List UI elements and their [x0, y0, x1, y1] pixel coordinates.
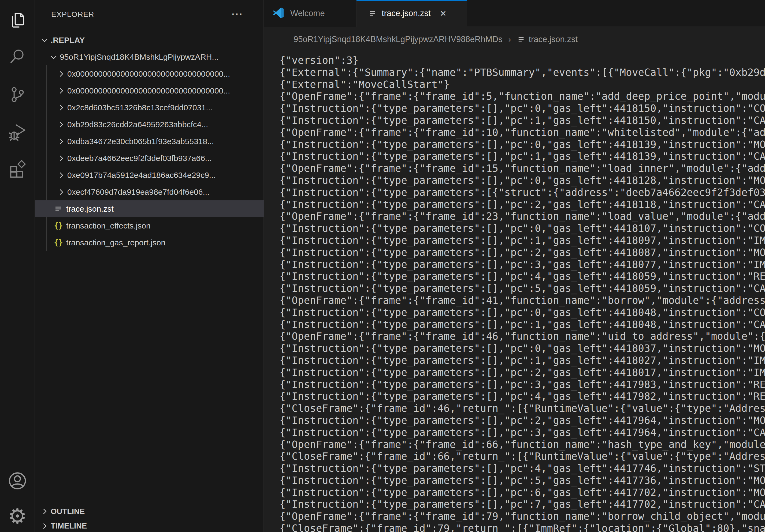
tree-item-label: transaction_gas_report.json	[66, 238, 165, 247]
code-line: {"Instruction":{"type_parameters":[],"pc…	[280, 486, 765, 498]
debug-icon	[9, 123, 26, 140]
tab-label: trace.json.zst	[382, 9, 431, 18]
chevron-right-icon	[57, 171, 66, 180]
code-line: {"CloseFrame":{"frame_id":46,"return_":[…	[280, 402, 765, 414]
tree-item-label: 0xdba34672e30cb065b1f93e3ab55318...	[67, 137, 214, 146]
chevron-right-icon	[40, 522, 49, 531]
code-line: {"External":"MoveCallStart"}	[280, 79, 765, 91]
tree-item-label: trace.json.zst	[66, 204, 114, 213]
breadcrumb-file-label: trace.json.zst	[528, 35, 578, 44]
chevron-right-icon	[57, 187, 66, 197]
extensions-activity-button[interactable]	[0, 154, 35, 183]
tree-item-trace-file[interactable]: trace.json.zst	[35, 200, 264, 217]
chevron-right-icon	[57, 103, 66, 112]
json-braces-icon: {}	[54, 221, 63, 230]
tab-trace-json-zst[interactable]: trace.json.zst ✕	[357, 0, 467, 27]
code-line: {"Instruction":{"type_parameters":[],"pc…	[280, 150, 765, 162]
code-line: {"Instruction":{"type_parameters":[],"pc…	[280, 115, 765, 127]
breadcrumb-file[interactable]: trace.json.zst	[517, 35, 578, 44]
code-line: {"Instruction":{"type_parameters":[],"pc…	[280, 426, 765, 438]
files-icon	[9, 11, 26, 29]
timeline-section-label: TIMELINE	[51, 522, 87, 530]
extensions-icon	[9, 160, 26, 177]
outline-section-label: OUTLINE	[51, 507, 85, 516]
sidebar-bottom-sections: OUTLINE TIMELINE	[35, 503, 264, 532]
tree-item-label: 0x000000000000000000000000000000000...	[67, 86, 230, 95]
search-activity-button[interactable]	[0, 42, 35, 71]
code-line: {"External":{"Summary":{"name":"PTBSumma…	[280, 67, 765, 79]
code-line: {"OpenFrame":{"frame":{"frame_id":79,"fu…	[280, 510, 765, 522]
tree-item-label: 0xe0917b74a5912e4ad186ac634e29c9...	[67, 171, 216, 180]
tree-section-label: .REPLAY	[51, 36, 85, 45]
tree-item-address[interactable]: 0x2c8d603bc51326b8c13cef9dd07031...	[35, 99, 264, 116]
chevron-right-icon	[40, 507, 49, 516]
code-line: {"Instruction":{"type_parameters":[],"pc…	[280, 379, 765, 391]
code-line: {"Instruction":{"type_parameters":[],"pc…	[280, 319, 765, 331]
tree-item-address[interactable]: 0xdba34672e30cb065b1f93e3ab55318...	[35, 133, 264, 150]
settings-button[interactable]: ⚙	[0, 501, 35, 531]
gear-icon: ⚙	[8, 506, 27, 527]
code-line: {"Instruction":{"type_parameters":[],"pc…	[280, 234, 765, 246]
tree-item-address[interactable]: 0xe0917b74a5912e4ad186ac634e29c9...	[35, 166, 264, 183]
breadcrumb-separator: ›	[508, 35, 511, 44]
tree-item-label: 0x000000000000000000000000000000000...	[67, 69, 230, 79]
code-line: {"OpenFrame":{"frame":{"frame_id":46,"fu…	[280, 330, 765, 342]
vscode-logo-icon	[272, 7, 285, 20]
tree-item-address[interactable]: 0xecf47609d7da919ea98e7fd04f6e06...	[35, 183, 264, 200]
tree-item-label: 0x2c8d603bc51326b8c13cef9dd07031...	[67, 103, 213, 112]
tree-item-label: 0xdeeb7a4662eec9f2f3def03fb937a66...	[67, 154, 212, 163]
code-line: {"Instruction":{"type_parameters":[],"pc…	[280, 258, 765, 271]
close-icon[interactable]: ✕	[440, 9, 446, 18]
code-line: {"OpenFrame":{"frame":{"frame_id":23,"fu…	[280, 210, 765, 222]
search-icon	[9, 47, 26, 65]
tree-item-address[interactable]: 0x000000000000000000000000000000000...	[35, 65, 264, 82]
tree-section-replay[interactable]: .REPLAY	[35, 32, 264, 49]
activity-bar: ⚙	[0, 0, 35, 532]
breadcrumb-folder[interactable]: 95oR1YipjSnqd18K4BMshkLgPijypwzARHV988eR…	[294, 35, 502, 44]
explorer-sidebar: EXPLORER ⋯ .REPLAY 95oR1YipjSnqd18K4BMsh…	[35, 0, 264, 532]
code-line: {"Instruction":{"type_parameters":[],"pc…	[280, 414, 765, 426]
code-line: {"Instruction":{"type_parameters":[],"pc…	[280, 342, 765, 355]
account-button[interactable]	[0, 466, 35, 496]
source-control-activity-button[interactable]	[0, 80, 35, 109]
source-control-icon	[9, 86, 26, 104]
tree-item-label: 0xecf47609d7da919ea98e7fd04f6e06...	[67, 187, 210, 197]
tree-item-label: 0xb29d83c26cdd2a64959263abbcfc4...	[67, 120, 208, 129]
explorer-activity-button[interactable]	[0, 5, 35, 35]
code-line: {"Instruction":{"type_parameters":[],"pc…	[280, 367, 765, 379]
timeline-section-header[interactable]: TIMELINE	[35, 520, 264, 532]
code-line: {"Instruction":{"type_parameters":[],"pc…	[280, 282, 765, 294]
outline-section-header[interactable]: OUTLINE	[35, 503, 264, 520]
list-icon	[54, 204, 63, 213]
tree-item-address[interactable]: 0xdeeb7a4662eec9f2f3def03fb937a66...	[35, 150, 264, 166]
code-line: {"Instruction":{"type_parameters":[],"pc…	[280, 306, 765, 319]
tree-item-gas-report-file[interactable]: {} transaction_gas_report.json	[35, 234, 264, 251]
code-line: {"Instruction":{"type_parameters":[],"pc…	[280, 498, 765, 510]
code-line: {"OpenFrame":{"frame":{"frame_id":5,"fun…	[280, 90, 765, 102]
chevron-right-icon	[57, 137, 66, 146]
code-line: {"CloseFrame":{"frame_id":79,"return_":[…	[280, 522, 765, 532]
code-line: {"Instruction":{"type_parameters":[],"pc…	[280, 174, 765, 186]
tree-item-label: transaction_effects.json	[66, 221, 151, 230]
editor-content[interactable]: {"version":3}{"External":{"Summary":{"na…	[264, 52, 765, 532]
chevron-right-icon	[57, 86, 66, 95]
code-line: {"CloseFrame":{"frame_id":66,"return_":[…	[280, 450, 765, 462]
code-line: {"Instruction":{"type_parameters":[],"pc…	[280, 390, 765, 402]
code-line: {"OpenFrame":{"frame":{"frame_id":15,"fu…	[280, 162, 765, 174]
list-icon	[517, 35, 526, 44]
tree-item-address[interactable]: 0x000000000000000000000000000000000...	[35, 82, 264, 99]
tab-label: Welcome	[290, 9, 325, 18]
breadcrumb: 95oR1YipjSnqd18K4BMshkLgPijypwzARHV988eR…	[264, 27, 765, 52]
editor-group: Welcome trace.json.zst ✕ 95oR1YipjSnqd18…	[264, 0, 765, 532]
tree-item-address[interactable]: 0xb29d83c26cdd2a64959263abbcfc4...	[35, 116, 264, 133]
tree-item-effects-file[interactable]: {} transaction_effects.json	[35, 217, 264, 234]
code-line: {"Instruction":{"type_parameters":[],"pc…	[280, 462, 765, 474]
tab-bar: Welcome trace.json.zst ✕	[264, 0, 765, 27]
run-debug-activity-button[interactable]	[0, 117, 35, 146]
chevron-down-icon	[40, 36, 49, 45]
code-line: {"Instruction":{"type_parameters":[],"pc…	[280, 222, 765, 234]
tree-folder-root[interactable]: 95oR1YipjSnqd18K4BMshkLgPijypwzARH...	[35, 49, 264, 65]
tab-welcome[interactable]: Welcome	[264, 0, 357, 27]
code-line: {"Instruction":{"type_parameters":[{"str…	[280, 186, 765, 198]
code-line: {"Instruction":{"type_parameters":[],"pc…	[280, 138, 765, 150]
